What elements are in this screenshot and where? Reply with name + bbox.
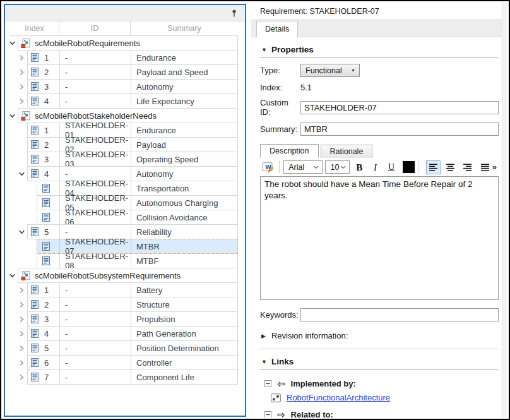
summary-cell: Operating Speed [131, 152, 237, 166]
italic-button[interactable]: I [369, 160, 382, 174]
table-row[interactable]: 1-Endurance [5, 51, 245, 65]
index-value: 7 [44, 373, 49, 382]
word-edit-icon[interactable]: W [261, 160, 275, 174]
index-cell [37, 196, 60, 210]
index-cell: 5 [28, 341, 60, 355]
summary-cell: Structure [131, 297, 237, 311]
table-row[interactable]: 3-Propulsion [5, 312, 245, 327]
font-color-swatch[interactable] [403, 161, 415, 173]
vertical-scrollbar[interactable] [502, 3, 507, 417]
column-header-summary[interactable]: Summary [131, 21, 238, 35]
chevron-right-icon[interactable] [18, 344, 26, 352]
requirement-doc-icon [31, 68, 39, 76]
summary-cell: Life Expectancy [131, 94, 237, 108]
chevron-right-icon[interactable] [18, 301, 26, 309]
properties-heading-label: Properties [271, 45, 314, 54]
collapse-box-icon[interactable] [264, 380, 271, 387]
table-row[interactable]: 1-Battery [5, 283, 245, 297]
properties-section-header[interactable]: ▼ Properties [260, 42, 499, 58]
table-row[interactable]: 2-Structure [5, 297, 245, 312]
requirement-doc-icon [31, 315, 39, 323]
table-row[interactable]: 6-Controller [5, 356, 245, 370]
align-right-icon[interactable] [461, 160, 475, 174]
links-section-header[interactable]: ▼ Links [260, 354, 499, 370]
chevron-down-icon[interactable] [8, 272, 16, 280]
chevron-right-icon[interactable] [18, 330, 26, 338]
id-cell: STAKEHOLDER-03 [60, 152, 131, 166]
revision-information-label: Revision information: [271, 331, 348, 340]
index-value: 3 [44, 155, 49, 164]
align-center-icon[interactable] [444, 160, 458, 174]
chevron-down-icon[interactable] [18, 170, 26, 178]
index-cell: 1 [28, 51, 60, 64]
underline-button[interactable]: U [384, 160, 398, 174]
browser-toolbar [5, 5, 245, 21]
summary-cell: Reliability [131, 225, 237, 239]
bold-button[interactable]: B [352, 160, 365, 174]
chevron-down-icon[interactable] [8, 112, 16, 120]
tab-details[interactable]: Details [256, 21, 298, 37]
table-row[interactable]: 3STAKEHOLDER-03Operating Speed [5, 152, 245, 167]
chevron-right-icon[interactable] [18, 83, 26, 91]
collapse-box-icon[interactable] [264, 411, 271, 417]
requirement-doc-icon [31, 126, 39, 135]
tree-row-set[interactable]: scMobileRobotRequirements [5, 36, 245, 51]
tab-rationale[interactable]: Rationale [321, 145, 373, 158]
table-row[interactable]: STAKEHOLDER-07MTBR [5, 239, 245, 254]
index-cell: 1 [28, 283, 60, 297]
id-cell: STAKEHOLDER-08 [60, 254, 131, 268]
pin-icon[interactable] [229, 8, 239, 18]
summary-cell: Collision Avoidance [131, 210, 237, 224]
column-header-id[interactable]: ID [59, 21, 131, 35]
tab-description[interactable]: Description [260, 144, 319, 158]
index-cell: 7 [28, 370, 60, 384]
table-row[interactable]: 2-Payload and Speed [5, 65, 245, 80]
id-cell: - [60, 370, 131, 384]
revision-information-expander[interactable]: ▶ Revision information: [260, 331, 499, 340]
model-block-icon [271, 393, 281, 402]
chevron-right-icon[interactable] [18, 97, 26, 105]
requirement-doc-icon [31, 227, 39, 236]
link-group-header[interactable]: ⇨Related to: [260, 410, 499, 417]
keywords-field[interactable] [300, 308, 499, 321]
chevron-down-icon[interactable] [18, 228, 26, 236]
font-family-select[interactable]: Arial [283, 160, 323, 174]
chevron-right-icon[interactable] [18, 359, 26, 367]
chevron-down-icon [340, 165, 346, 169]
link-group-header[interactable]: ⇦Implemented by: [260, 379, 499, 388]
chevron-right-icon[interactable] [18, 68, 26, 76]
summary-field[interactable] [300, 123, 499, 136]
column-header-index[interactable]: Index [10, 21, 59, 35]
description-text-area[interactable]: The robot should have a Mean Time Before… [260, 176, 499, 300]
table-row[interactable]: 3-Autonomy [5, 80, 245, 94]
custom-id-field[interactable] [300, 101, 499, 114]
font-size-select[interactable]: 10 [325, 160, 350, 174]
requirement-link[interactable]: RobotFunctionalArchitecture [287, 393, 390, 402]
chevron-right-icon[interactable] [18, 286, 26, 294]
table-row[interactable]: 5-Position Determination [5, 341, 245, 356]
requirement-doc-icon [42, 198, 50, 207]
chevron-right-icon[interactable] [18, 54, 26, 62]
chevron-down-icon: ▼ [351, 68, 355, 73]
type-dropdown[interactable]: Functional ▼ [300, 64, 360, 77]
table-row[interactable]: STAKEHOLDER-06Collision Avoidance [5, 210, 245, 225]
table-row[interactable]: STAKEHOLDER-08MTBF [5, 254, 245, 268]
requirement-doc-icon [31, 155, 39, 164]
summary-cell: Component Life [131, 370, 237, 384]
links-heading-label: Links [271, 357, 294, 366]
summary-cell: Payload [131, 138, 237, 152]
table-row[interactable]: 4-Life Expectancy [5, 94, 245, 109]
toolbar-overflow-button[interactable]: » [492, 162, 497, 172]
align-left-icon[interactable] [426, 160, 441, 174]
justify-icon[interactable] [478, 160, 492, 174]
chevron-right-icon[interactable] [18, 373, 26, 381]
summary-cell: Autonomy [131, 167, 237, 181]
chevron-right-icon[interactable] [18, 315, 26, 323]
chevron-down-icon[interactable] [8, 39, 16, 47]
index-value: 5.1 [300, 83, 312, 92]
requirement-doc-icon [42, 242, 50, 251]
table-row[interactable]: 7-Component Life [5, 370, 245, 385]
table-row[interactable]: 4-Path Generation [5, 327, 245, 341]
index-value: 1 [44, 126, 49, 135]
tree-row-set[interactable]: scMobileRobotSubsystemRequirements [5, 268, 245, 283]
